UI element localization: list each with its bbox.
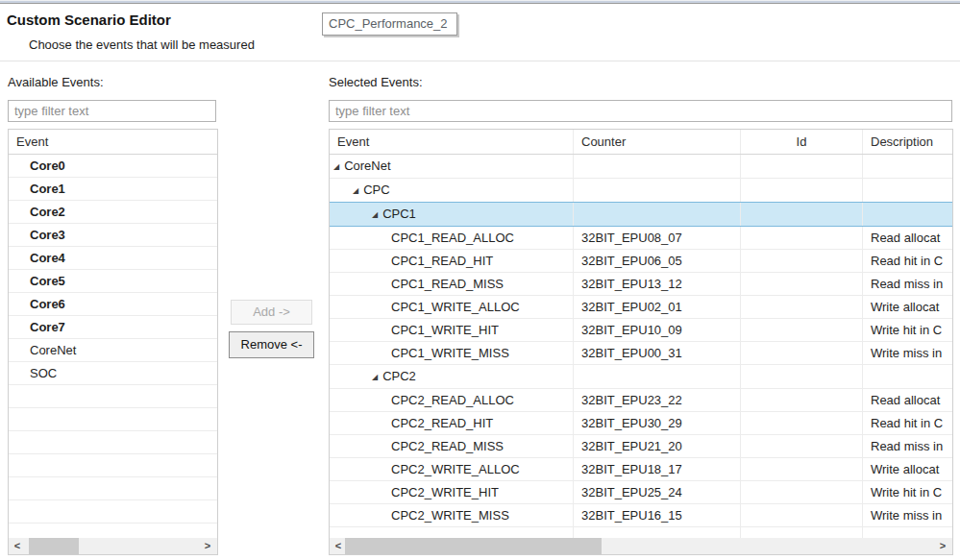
event-name: CPC1_READ_MISS (391, 277, 504, 291)
available-event-row[interactable]: SOC (9, 362, 217, 385)
selected-events-table: Event Counter Id Description ◢CoreNet◢CP… (329, 129, 953, 555)
scenario-name-field[interactable]: CPC_Performance_2 (322, 12, 457, 36)
tree-row[interactable]: CPC2_WRITE_MISS32BIT_EPU16_15Write miss … (330, 504, 952, 527)
available-event-row[interactable]: CoreNet (9, 339, 217, 362)
tree-row[interactable]: CPC2_READ_HIT32BIT_EPU30_29Read hit in C (330, 412, 952, 435)
event-name: CPC2_WRITE_HIT (391, 485, 499, 499)
available-event-row[interactable]: Core6 (9, 293, 217, 316)
scroll-left-icon[interactable]: < (332, 538, 344, 554)
counter-value: 32BIT_EPU06_05 (574, 250, 741, 272)
event-name: CPC1_WRITE_HIT (391, 323, 499, 337)
expand-icon[interactable]: ◢ (353, 180, 358, 202)
description-value: Read hit in C (863, 412, 952, 434)
available-event-row[interactable]: Core0 (9, 155, 217, 178)
description-value (863, 365, 952, 388)
selected-events-label: Selected Events: (329, 75, 423, 89)
tree-row[interactable]: ◢CoreNet (330, 155, 952, 179)
event-cell: CPC2_WRITE_MISS (330, 504, 574, 526)
available-event-row[interactable]: Core2 (9, 201, 217, 224)
expand-icon[interactable]: ◢ (372, 366, 378, 388)
expand-icon[interactable]: ◢ (372, 204, 378, 226)
available-event-row[interactable]: Core3 (9, 224, 217, 247)
scroll-thumb[interactable] (29, 538, 79, 554)
event-cell: CPC2_WRITE_HIT (330, 481, 574, 503)
empty-cell (863, 527, 952, 538)
available-filter-input[interactable] (8, 100, 216, 122)
tree-row[interactable]: CPC1_READ_HIT32BIT_EPU06_05Read hit in C (330, 250, 952, 273)
id-value (741, 319, 863, 341)
counter-value: 32BIT_EPU13_12 (574, 273, 741, 295)
selected-hscrollbar[interactable]: < > (330, 538, 952, 554)
event-name: CPC1_READ_ALLOC (391, 231, 514, 245)
tree-row[interactable]: ◢CPC1 (330, 202, 952, 227)
tree-row[interactable]: CPC2_READ_MISS32BIT_EPU21_20Read miss in (330, 435, 952, 458)
event-name: CoreNet (344, 158, 390, 173)
available-events-body: Core0Core1Core2Core3Core4Core5Core6Core7… (9, 155, 217, 531)
scroll-thumb[interactable] (345, 538, 602, 554)
counter-value (574, 365, 741, 388)
event-name: CPC1_READ_HIT (391, 254, 493, 268)
description-value (863, 203, 952, 226)
empty-row (9, 431, 217, 454)
event-cell: CPC2_READ_ALLOC (330, 389, 574, 411)
selected-table-header: Event Counter Id Description (330, 130, 952, 155)
counter-value: 32BIT_EPU25_24 (574, 481, 741, 503)
column-header-counter[interactable]: Counter (574, 130, 741, 154)
tree-row[interactable]: CPC1_READ_MISS32BIT_EPU13_12Read miss in (330, 273, 952, 296)
column-header-description[interactable]: Description (863, 130, 952, 154)
description-value: Read miss in (863, 435, 952, 457)
description-value: Write hit in C (863, 319, 952, 341)
tree-row[interactable]: CPC1_WRITE_MISS32BIT_EPU00_31Write miss … (330, 342, 952, 365)
event-column-header: Event (9, 130, 217, 155)
event-cell: CPC1_READ_ALLOC (330, 227, 574, 249)
tree-row[interactable]: ◢CPC (330, 179, 952, 203)
event-name: CPC1_WRITE_ALLOC (391, 300, 520, 314)
event-name: CPC2_READ_MISS (391, 439, 504, 453)
event-cell: CPC2_WRITE_ALLOC (330, 458, 574, 480)
available-events-label: Available Events: (8, 75, 104, 89)
counter-value: 32BIT_EPU02_01 (574, 296, 741, 318)
tree-row[interactable]: CPC1_WRITE_HIT32BIT_EPU10_09Write hit in… (330, 319, 952, 342)
available-event-row[interactable]: Core1 (9, 178, 217, 201)
id-value (741, 155, 863, 178)
id-value (741, 179, 863, 202)
tree-row[interactable]: CPC2_WRITE_HIT32BIT_EPU25_24Write hit in… (330, 481, 952, 504)
top-edge-shadow (0, 3, 960, 4)
scroll-left-icon[interactable]: < (12, 538, 23, 554)
tree-row[interactable]: CPC1_WRITE_ALLOC32BIT_EPU02_01Write allo… (330, 296, 952, 319)
tree-row[interactable]: CPC1_READ_ALLOC32BIT_EPU08_07Read alloca… (330, 227, 952, 250)
available-event-row[interactable]: Core7 (9, 316, 217, 339)
description-value (863, 179, 952, 202)
id-value (741, 203, 863, 226)
description-value: Read allocat (863, 389, 952, 411)
available-event-row[interactable]: Core4 (9, 247, 217, 270)
expand-icon[interactable]: ◢ (333, 156, 339, 178)
column-header-event[interactable]: Event (330, 130, 574, 154)
description-value: Read allocat (863, 227, 952, 249)
available-hscrollbar[interactable]: < > (9, 538, 217, 554)
id-value (741, 365, 863, 388)
id-value (741, 227, 863, 249)
id-value (741, 435, 863, 457)
description-value: Write hit in C (863, 481, 952, 503)
empty-row (9, 408, 217, 431)
add-button[interactable]: Add -> (231, 300, 312, 325)
scroll-right-icon[interactable]: > (202, 538, 213, 554)
counter-value: 32BIT_EPU21_20 (574, 435, 741, 457)
selected-filter-input[interactable] (329, 100, 952, 122)
empty-row (9, 454, 217, 477)
column-header-id[interactable]: Id (741, 130, 863, 154)
page-subtitle: Choose the events that will be measured (29, 37, 255, 52)
remove-button[interactable]: Remove <- (229, 331, 314, 358)
counter-value: 32BIT_EPU23_22 (574, 389, 741, 411)
description-value (863, 155, 952, 178)
event-name: CPC2_READ_ALLOC (391, 393, 514, 407)
custom-scenario-editor: Custom Scenario Editor Choose the events… (0, 0, 960, 560)
event-name: CPC2_READ_HIT (391, 416, 493, 430)
available-event-row[interactable]: Core5 (9, 270, 217, 293)
scroll-right-icon[interactable]: > (937, 538, 948, 554)
tree-row[interactable]: CPC2_READ_ALLOC32BIT_EPU23_22Read alloca… (330, 389, 952, 412)
event-cell: CPC1_WRITE_HIT (330, 319, 574, 341)
tree-row[interactable]: CPC2_WRITE_ALLOC32BIT_EPU18_17Write allo… (330, 458, 952, 481)
tree-row[interactable]: ◢CPC2 (330, 365, 952, 389)
